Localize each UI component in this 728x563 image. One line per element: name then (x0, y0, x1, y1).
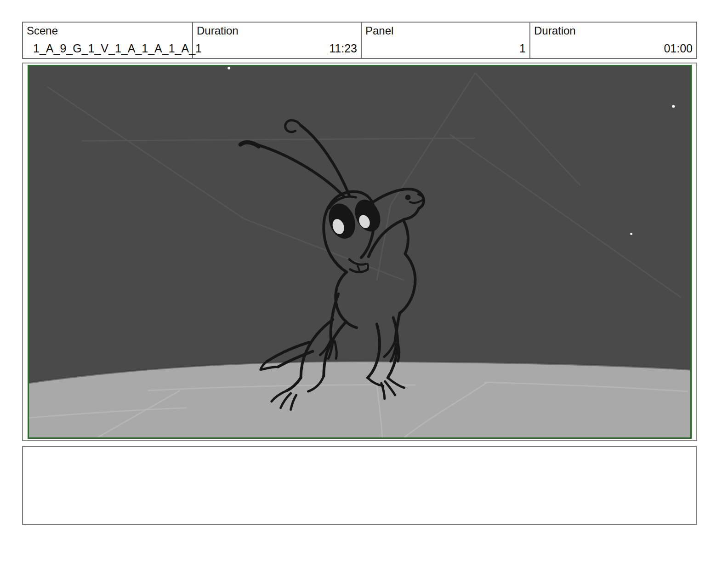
caption-box (22, 446, 697, 525)
panel-drawing (29, 66, 690, 437)
star-dot (630, 233, 632, 235)
scene-name: 1_A_9_G_1_V_1_A_1_A_1_A_1 (27, 42, 188, 55)
storyboard-page: Scene 1_A_9_G_1_V_1_A_1_A_1_A_1 Duration… (0, 0, 728, 563)
panel-duration-value: 01:00 (534, 42, 693, 55)
ground-plane (29, 361, 690, 437)
panel-info-table: Scene 1_A_9_G_1_V_1_A_1_A_1_A_1 Duration… (22, 22, 697, 59)
panel-image-box (22, 63, 697, 441)
scene-label: Scene (27, 25, 188, 37)
header-cell-panel-duration: Duration 01:00 (530, 23, 696, 58)
header-cell-panel: Panel 1 (362, 23, 530, 58)
header-cell-scene: Scene 1_A_9_G_1_V_1_A_1_A_1_A_1 (23, 23, 193, 58)
panel-number: 1 (365, 42, 526, 55)
camera-frame (28, 65, 692, 439)
scene-duration-value: 11:23 (197, 42, 357, 55)
scene-duration-label: Duration (197, 25, 357, 37)
star-dot (228, 67, 230, 69)
star-dot (672, 105, 675, 108)
header-cell-scene-duration: Duration 11:23 (193, 23, 362, 58)
panel-label: Panel (365, 25, 526, 37)
panel-duration-label: Duration (534, 25, 693, 37)
